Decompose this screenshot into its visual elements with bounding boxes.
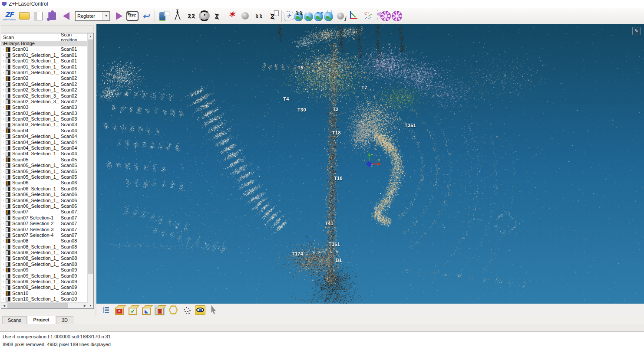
scan-tree-icon[interactable] — [101, 305, 111, 315]
expand-chevron-icon[interactable]: › — [1, 174, 6, 180]
targets-pair-icon[interactable]: ⋈⋈ — [185, 10, 198, 23]
expand-chevron-icon[interactable]: › — [1, 262, 6, 267]
scan-row[interactable]: ›Scan02Scan02 — [1, 75, 88, 81]
scan-row[interactable]: ›Scan04_Selection_1_2Scan04 — [1, 140, 88, 145]
pointcloud-colored-icon[interactable] — [362, 10, 375, 23]
expand-chevron-icon[interactable]: › — [1, 273, 6, 279]
plugin-puzzle-icon[interactable] — [46, 10, 59, 23]
wire-hexahedron-icon[interactable] — [168, 305, 178, 315]
annotate-button[interactable]: ✎ — [632, 27, 641, 35]
scan-row[interactable]: ›Scan03Scan03 — [1, 105, 88, 110]
scan-row[interactable]: ›Scan07 Selection-1Scan07 — [1, 215, 88, 221]
expand-chevron-icon[interactable]: › — [1, 192, 6, 197]
column-header-scan[interactable]: Scan — [1, 35, 59, 40]
target-star-icon[interactable]: * — [225, 10, 238, 23]
export-spiral-icon[interactable] — [380, 11, 391, 21]
expand-chevron-icon[interactable]: › — [1, 140, 6, 145]
scan-row[interactable]: ›Scan08_Selection_1_4Scan08 — [1, 262, 88, 267]
expand-chevron-icon[interactable]: › — [1, 180, 6, 186]
scan-row[interactable]: ›Scan09_Selection_1_1Scan09 — [1, 273, 88, 279]
expand-chevron-icon[interactable]: › — [1, 52, 6, 58]
vertical-scrollbar[interactable]: ▲ ▼ — [87, 33, 93, 308]
cube-section-icon[interactable]: ◣ — [141, 305, 152, 315]
scan-row[interactable]: ›Scan09_Selection_1_2Scan09 — [1, 279, 88, 285]
targets-small-icon[interactable]: ⋈⋈ — [252, 10, 265, 23]
point-display-icon[interactable] — [182, 305, 192, 315]
expand-chevron-icon[interactable]: › — [1, 111, 6, 116]
scan-row[interactable]: ›Scan06_Selection_1_2Scan06 — [1, 192, 88, 197]
expand-chevron-icon[interactable]: › — [1, 70, 6, 75]
scan-row[interactable]: ›Scan08Scan08 — [1, 238, 88, 244]
expand-chevron-icon[interactable]: › — [1, 46, 6, 52]
tab-3d[interactable]: 3D — [56, 316, 73, 324]
scan-row[interactable]: ›Scan08_Selection_1_3Scan08 — [1, 255, 88, 261]
expand-chevron-icon[interactable]: › — [1, 105, 6, 110]
undo-icon[interactable]: ↩ — [139, 10, 152, 23]
expand-chevron-icon[interactable]: › — [1, 232, 6, 238]
expand-chevron-icon[interactable]: › — [1, 145, 6, 151]
globe-positions-icon[interactable]: ∴∴ — [324, 12, 333, 21]
expand-chevron-icon[interactable]: › — [1, 151, 6, 157]
globe-scan-import-icon[interactable]: ☁☁ — [314, 12, 323, 21]
scan-row[interactable]: ›Scan07 Selection-2Scan07 — [1, 221, 88, 226]
scan-row[interactable]: ›Scan05_Selection_1_3Scan05 — [1, 174, 88, 180]
scan-row[interactable]: ›Scan03_Selection_1_3Scan03 — [1, 122, 88, 128]
expand-chevron-icon[interactable]: › — [1, 244, 6, 250]
expand-chevron-icon[interactable]: › — [1, 279, 6, 285]
spiral-icon[interactable] — [392, 11, 402, 21]
target-bowtie-icon[interactable]: ⋈ — [211, 10, 224, 23]
horizontal-scrollbar[interactable]: ◀ ▶ — [1, 302, 88, 308]
scan-row[interactable]: ›Scan05_Selection_1_1Scan05 — [1, 163, 88, 168]
scan-row[interactable]: ›Scan02_Selection_3_2Scan02 — [1, 99, 88, 105]
expand-chevron-icon[interactable]: › — [1, 99, 6, 105]
expand-chevron-icon[interactable]: › — [1, 58, 6, 64]
nav-back-icon[interactable] — [59, 10, 73, 23]
scroll-up-icon[interactable]: ▲ — [88, 33, 93, 39]
scan-row[interactable]: ›Scan03_Selection_1_2Scan03 — [1, 116, 88, 122]
scan-row[interactable]: ›Scan03_Selection_1_1Scan03 — [1, 111, 88, 116]
expand-chevron-icon[interactable]: › — [1, 215, 6, 221]
scan-row[interactable]: ›Scan02_Selection_1_1Scan02 — [1, 82, 88, 87]
expand-chevron-icon[interactable]: › — [1, 267, 6, 273]
expand-chevron-icon[interactable]: › — [1, 250, 6, 255]
expand-chevron-icon[interactable]: › — [1, 116, 6, 122]
scan-row[interactable]: ›Scan01_Selection_1_1Scan01 — [1, 52, 88, 58]
scan-row[interactable]: ›Scan04_Selection_1_4Scan04 — [1, 151, 88, 157]
expand-chevron-icon[interactable]: › — [1, 75, 6, 81]
tab-project[interactable]: Project — [28, 316, 55, 324]
open-folder-icon[interactable] — [18, 10, 31, 23]
globe-clouds-icon[interactable]: ☁☁ — [304, 12, 313, 21]
scan-row[interactable]: ›Scan05_Selection_1_2Scan05 — [1, 169, 88, 174]
expand-chevron-icon[interactable]: › — [1, 296, 6, 302]
scan-row[interactable]: ›Scan10Scan10 — [1, 291, 88, 296]
scan-row[interactable]: ›Scan06_Selection_1_4Scan06 — [1, 203, 88, 209]
horizontal-scroll-thumb[interactable] — [7, 303, 68, 308]
scanner-add-icon[interactable] — [157, 10, 170, 23]
scan-row[interactable]: ›Scan01_Selection_1_3Scan01 — [1, 64, 88, 70]
expand-chevron-icon[interactable]: › — [1, 221, 6, 226]
scan-row[interactable]: ›Scan02_Selection_3_1Scan02 — [1, 93, 88, 99]
expand-chevron-icon[interactable]: › — [1, 64, 6, 70]
scan-row[interactable]: ›Scan10_Selection_1_1Scan10 — [1, 296, 88, 302]
expand-chevron-icon[interactable]: › — [1, 163, 6, 168]
sphere-info-icon[interactable]: i — [334, 10, 347, 23]
workspace-panel-icon[interactable] — [32, 10, 45, 23]
scan-row[interactable]: ›Scan08_Selection_1_2Scan08 — [1, 250, 88, 255]
expand-chevron-icon[interactable]: › — [1, 93, 6, 99]
scan-row[interactable]: ›Scan06Scan06 — [1, 180, 88, 186]
transform-selection-icon[interactable]: + — [284, 11, 294, 21]
globe-targets-icon[interactable]: ⋈⋈ — [294, 12, 303, 21]
register-dropdown[interactable]: Register▾ — [75, 11, 110, 21]
cube-subvolume-icon[interactable]: ▣ — [155, 305, 165, 315]
vertical-scroll-thumb[interactable] — [88, 39, 93, 274]
scan-row[interactable]: ›Scan09Scan09 — [1, 267, 88, 273]
select-pointer-icon[interactable] — [208, 305, 219, 315]
target-report-icon[interactable]: ⋈ — [266, 10, 279, 23]
scan-row[interactable]: ›Scan06_Selection_1_1Scan06 — [1, 186, 88, 192]
tripod-target-icon[interactable] — [171, 10, 184, 23]
expand-chevron-icon[interactable]: › — [1, 285, 6, 290]
scan-row[interactable]: ›Scan01_Selection_1_4Scan01 — [1, 70, 88, 75]
expand-chevron-icon[interactable]: › — [1, 238, 6, 244]
scroll-left-icon[interactable]: ◀ — [1, 303, 7, 308]
expand-chevron-icon[interactable]: › — [1, 134, 6, 139]
